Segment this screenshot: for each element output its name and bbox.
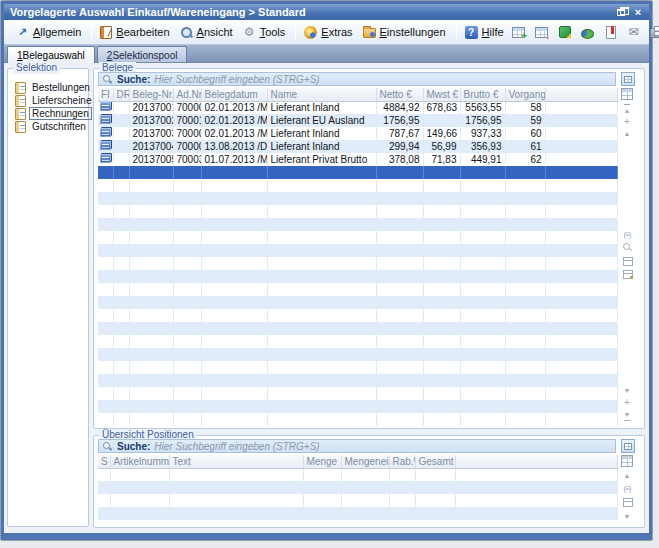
positionen-column-chooser[interactable]	[619, 455, 635, 467]
menu-item-bearbeiten[interactable]: Bearbeiten	[96, 24, 175, 41]
table-row[interactable]: 201370037000002.01.2013 /MiLieferant Inl…	[98, 127, 617, 140]
sidebar-item-lieferscheine[interactable]: Lieferscheine	[8, 94, 88, 107]
positionen-search-bar[interactable]: Suche: Hier Suchbegriff eingeben (STRG+S…	[98, 439, 616, 453]
empty-cell	[505, 270, 545, 283]
menu-item-einstellungen[interactable]: Einstellungen	[359, 24, 452, 40]
column-header-rab[interactable]: Rab.%	[389, 455, 415, 468]
selektion-list: BestellungenLieferscheineRechnungenGutsc…	[8, 81, 88, 133]
table-row[interactable]: 201370047000013.08.2013 /DiLieferant Inl…	[98, 140, 617, 153]
close-button[interactable]: ×	[631, 6, 645, 18]
sidebar-item-gutschriften[interactable]: Gutschriften	[8, 120, 88, 133]
pdf-document-button[interactable]	[602, 23, 620, 41]
empty-cell	[98, 335, 113, 348]
column-header-mwst[interactable]: Mwst €	[423, 88, 460, 101]
search-options-button[interactable]	[621, 72, 635, 86]
empty-cell	[376, 413, 423, 426]
column-header-menge[interactable]: Menge	[303, 455, 341, 468]
grid-edit-icon[interactable]	[621, 268, 633, 279]
tab-2-selektionspool[interactable]: 2 Selektionspool	[97, 46, 188, 62]
column-header-ad-nr[interactable]: Ad.Nr.	[173, 88, 201, 101]
menu-item-label: Hilfe	[482, 26, 504, 38]
menu-item-extras[interactable]: Extras	[300, 24, 358, 41]
positionen-strip-bottom	[619, 511, 635, 522]
column-header-vorgang[interactable]: Vorgang	[505, 88, 545, 101]
empty-cell	[545, 205, 617, 218]
column-header-s[interactable]: S	[98, 455, 110, 468]
table-row[interactable]: 201370017000002.01.2013 /MiLieferant Inl…	[98, 101, 617, 114]
sidebar-item-rechnungen[interactable]: Rechnungen	[8, 107, 88, 120]
column-header-fi[interactable]: FI	[98, 88, 113, 101]
empty-cell	[129, 257, 173, 270]
belege-search-bar[interactable]: Suche: Hier Suchbegriff eingeben (STRG+S…	[98, 72, 616, 86]
column-header-belegdatum[interactable]: Belegdatum	[201, 88, 267, 101]
empty-cell	[341, 481, 389, 494]
column-header-text[interactable]: Text	[169, 455, 303, 468]
empty-cell	[545, 413, 617, 426]
scroll-down-icon[interactable]	[621, 385, 633, 396]
search-in-grid-icon[interactable]	[621, 242, 633, 253]
table-row[interactable]: 201370057000301.07.2013 /MoLieferant Pri…	[98, 153, 617, 166]
empty-cell	[113, 205, 129, 218]
empty-cell	[98, 218, 113, 231]
column-header-mengeneinheit[interactable]: Mengeneinheit	[341, 455, 389, 468]
search-options-button[interactable]	[621, 439, 635, 453]
move-up-icon[interactable]	[621, 116, 633, 127]
selected-row[interactable]	[98, 166, 617, 179]
empty-cell	[423, 205, 460, 218]
menu-item-allgemein[interactable]: Allgemein	[12, 24, 87, 41]
scroll-up-icon[interactable]	[621, 128, 633, 139]
table-row[interactable]: 201370027000102.01.2013 /MiLieferant EU …	[98, 114, 617, 127]
row-count-icon[interactable]	[621, 483, 633, 494]
empty-cell	[376, 296, 423, 309]
excel-export-button[interactable]	[556, 23, 574, 41]
grid-view-icon[interactable]	[621, 255, 633, 266]
grid-view-icon[interactable]	[621, 496, 633, 507]
empty-cell	[545, 348, 617, 361]
column-header-netto[interactable]: Netto €	[376, 88, 423, 101]
empty-cell	[505, 361, 545, 374]
empty-row	[98, 309, 617, 322]
empty-cell	[129, 400, 173, 413]
cell-empty	[545, 114, 617, 127]
column-header-gesamt[interactable]: Gesamt €	[415, 455, 455, 468]
scroll-to-bottom-icon[interactable]	[621, 409, 633, 420]
menu-item-tools[interactable]: Tools	[239, 24, 292, 41]
chart-pie-button[interactable]	[579, 23, 597, 41]
positionen-strip-middle	[619, 483, 635, 507]
table-export-button[interactable]	[533, 23, 551, 41]
menu-item-hilfe[interactable]: Hilfe	[461, 24, 510, 41]
column-header-brutto[interactable]: Brutto €	[460, 88, 505, 101]
cell-fi	[98, 153, 113, 166]
table-add-button[interactable]	[510, 23, 528, 41]
print-button[interactable]	[648, 23, 659, 41]
column-header-name[interactable]: Name	[267, 88, 376, 101]
restore-button[interactable]	[614, 6, 628, 18]
empty-cell	[169, 494, 303, 507]
empty-cell	[389, 468, 415, 481]
empty-cell	[113, 309, 129, 322]
tab-1-belegauswahl[interactable]: 1 Belegauswahl	[7, 46, 95, 63]
empty-cell	[376, 283, 423, 296]
search-placeholder: Hier Suchbegriff eingeben (STRG+S)	[154, 441, 319, 452]
scroll-down-icon[interactable]	[621, 511, 633, 522]
belege-column-chooser[interactable]	[619, 88, 635, 100]
empty-cell	[267, 231, 376, 244]
column-header-beleg-nr[interactable]: Beleg-Nr.▼	[129, 88, 173, 101]
scroll-to-top-icon[interactable]	[621, 104, 633, 115]
email-button[interactable]	[625, 23, 643, 41]
empty-cell	[423, 309, 460, 322]
move-down-icon[interactable]	[621, 397, 633, 408]
column-header-empty[interactable]	[545, 88, 617, 101]
empty-cell	[201, 322, 267, 335]
scroll-up-icon[interactable]	[621, 470, 633, 481]
sidebar-item-bestellungen[interactable]: Bestellungen	[8, 81, 88, 94]
empty-cell	[267, 348, 376, 361]
column-header-dr[interactable]: DR	[113, 88, 129, 101]
empty-cell	[113, 348, 129, 361]
cell-brutto: 449,91	[460, 153, 505, 166]
row-count-icon[interactable]	[621, 229, 633, 240]
cell-fi	[98, 101, 113, 114]
column-header-empty[interactable]	[455, 455, 617, 468]
column-header-artikelnummer[interactable]: Artikelnummer	[110, 455, 169, 468]
menu-item-ansicht[interactable]: Ansicht	[176, 24, 239, 41]
